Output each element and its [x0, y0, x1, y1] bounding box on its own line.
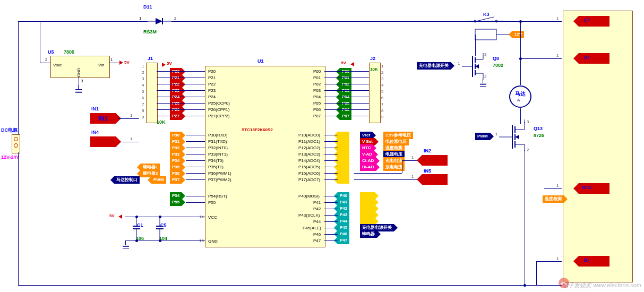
- net-p37: P37: [170, 176, 182, 184]
- mcu-p55: P55: [208, 200, 216, 205]
- q8-part: 7002: [493, 63, 503, 68]
- ntc-label: NTC: [582, 185, 592, 190]
- port-in4: [90, 136, 116, 147]
- u5-gnd: GND: [76, 68, 81, 78]
- net-p17: P17: [338, 176, 349, 184]
- j1-val: 10K: [157, 119, 166, 125]
- relay-symbol: [467, 16, 504, 45]
- wire: [40, 21, 40, 63]
- u1-ref: U1: [257, 58, 264, 64]
- motor-label: 马达: [515, 90, 526, 98]
- wire: [536, 261, 537, 285]
- 5v-arrow: [350, 62, 354, 66]
- net-p47: P47: [338, 237, 349, 244]
- port-in5: [422, 174, 448, 185]
- diode-pin1: 1: [139, 16, 141, 21]
- wire: [40, 21, 148, 22]
- cplus-label: C+: [584, 18, 590, 23]
- u5-part: 7805: [64, 49, 74, 55]
- u5-ref: U5: [48, 49, 54, 55]
- motor-ctrl-port: 马达控制口: [114, 176, 140, 184]
- bminus-label: B-: [584, 257, 589, 263]
- 5v-arrow: [118, 214, 122, 219]
- in2-label: IN2: [424, 148, 431, 153]
- 5v-arrow: [119, 61, 123, 65]
- 5v-arrow: [162, 63, 166, 67]
- diad-port: Di-AD: [360, 164, 376, 171]
- port-in2: [422, 155, 448, 166]
- diode-pin2: 2: [174, 16, 176, 21]
- q8-ref: Q8: [493, 56, 499, 61]
- q13-gate-label: PWM: [475, 133, 490, 140]
- wire: [18, 21, 40, 22]
- svg-marker-1: [156, 18, 162, 24]
- wire: [79, 77, 79, 85]
- c5-cap: [156, 217, 164, 241]
- watermark: 电子发烧友 www.elecfans.com: [562, 281, 641, 289]
- port-b-plus: [579, 53, 609, 64]
- port-b-minus: [579, 256, 609, 267]
- bplus-label: B+: [584, 55, 590, 60]
- diode-symbol: [148, 17, 171, 25]
- svg-marker-25: [475, 64, 479, 68]
- wire: [18, 152, 19, 285]
- wire: [536, 261, 562, 262]
- 12v-port: 12V: [512, 31, 524, 38]
- diode-ref: D11: [143, 4, 152, 10]
- logo-icon: [558, 277, 570, 289]
- 5v-label: 5V: [341, 61, 346, 65]
- net-p55: P55: [170, 199, 182, 206]
- 5v-label: 5V: [124, 60, 130, 65]
- wire: [18, 285, 562, 286]
- j1-ref: J1: [148, 56, 153, 61]
- port-c-plus: [579, 16, 609, 27]
- j1-header: [146, 63, 158, 123]
- ntc-desc-port: 温度检测: [543, 195, 564, 203]
- c1-cap: [133, 217, 140, 241]
- svg-marker-36: [515, 135, 519, 139]
- j2-ref: J2: [370, 56, 375, 61]
- diode-part: RS3M: [143, 29, 157, 35]
- in1-label: IN1: [91, 106, 99, 111]
- port-in1: IN1: [90, 113, 116, 124]
- mcu-p54: P54(RST): [208, 194, 227, 199]
- pwm-port: PWM: [151, 176, 166, 184]
- u1-mcu: [205, 66, 325, 247]
- svg-line-15: [476, 17, 494, 21]
- q8-gate-label: 充电器电源开关: [417, 62, 451, 70]
- wire: [40, 63, 50, 63]
- j2-header: [369, 63, 381, 123]
- wire: [109, 63, 119, 63]
- j2-val: 10K: [370, 67, 378, 72]
- q13-ref: Q13: [534, 126, 543, 131]
- in4-label: IN4: [91, 130, 99, 135]
- dc-label: DC电源: [1, 127, 18, 134]
- buzzer-port: 蜂鸣器: [360, 230, 377, 238]
- u1-part: STC15F2K60S2: [242, 127, 273, 132]
- 5v-label: 5V: [167, 61, 172, 66]
- svg-rect-11: [475, 29, 496, 40]
- dc-connector: [12, 134, 20, 153]
- output-connector: [563, 11, 633, 282]
- q13-mosfet: [499, 122, 531, 151]
- q13-part: 8726: [534, 133, 544, 138]
- 5v-label: 5V: [109, 213, 115, 218]
- wire: [18, 21, 19, 134]
- schematic-canvas: D11 RS3M 1 2 DC电源 12V-24V U5 7805 Vout V…: [0, 0, 644, 292]
- net-p07: P07: [340, 113, 351, 120]
- u5-vout: Vout: [53, 63, 62, 67]
- net-p27: P27: [170, 113, 182, 120]
- in5-label: IN5: [424, 168, 431, 174]
- dc-range: 12V-24V: [1, 154, 20, 160]
- mcu-vcc: VCC: [208, 215, 217, 220]
- mcu-gnd: GND: [208, 239, 218, 244]
- diad-desc: 放电电流: [383, 164, 405, 171]
- u5-vin: Vin: [98, 63, 104, 67]
